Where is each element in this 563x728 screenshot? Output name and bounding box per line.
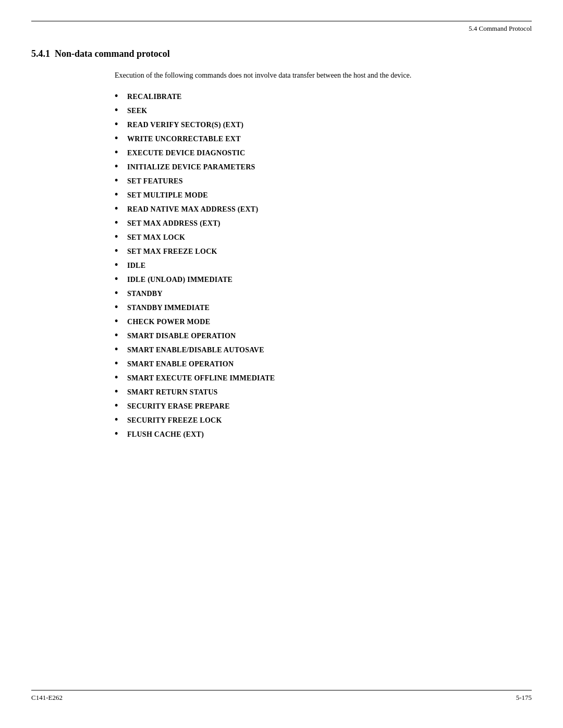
bullet-icon: • bbox=[115, 204, 123, 213]
list-item-text: SMART ENABLE/DISABLE AUTOSAVE bbox=[127, 346, 264, 354]
list-item-text: SMART ENABLE OPERATION bbox=[127, 360, 234, 368]
list-item: •CHECK POWER MODE bbox=[115, 317, 532, 326]
page-footer: C141-E262 5-175 bbox=[31, 690, 532, 702]
bullet-icon: • bbox=[115, 288, 123, 298]
bullet-icon: • bbox=[115, 147, 123, 157]
list-item-text: STANDBY bbox=[127, 290, 163, 298]
list-item: •EXECUTE DEVICE DIAGNOSTIC bbox=[115, 149, 532, 157]
list-item-text: SMART DISABLE OPERATION bbox=[127, 332, 236, 340]
list-item: •SET MULTIPLE MODE bbox=[115, 191, 532, 200]
list-item-text: SET MAX ADDRESS (EXT) bbox=[127, 219, 221, 228]
list-item-text: RECALIBRATE bbox=[127, 93, 182, 101]
list-item: •FLUSH CACHE (EXT) bbox=[115, 430, 532, 439]
bullet-icon: • bbox=[115, 415, 123, 424]
bullet-icon: • bbox=[115, 387, 123, 396]
bullet-icon: • bbox=[115, 316, 123, 326]
list-item: •SEEK bbox=[115, 106, 532, 115]
bullet-icon: • bbox=[115, 401, 123, 410]
list-item: •RECALIBRATE bbox=[115, 92, 532, 101]
list-item-text: EXECUTE DEVICE DIAGNOSTIC bbox=[127, 149, 245, 157]
list-item-text: STANDBY IMMEDIATE bbox=[127, 304, 210, 312]
list-item: •READ NATIVE MAX ADDRESS (EXT) bbox=[115, 205, 532, 214]
command-list: •RECALIBRATE•SEEK•READ VERIFY SECTOR(S) … bbox=[115, 92, 532, 439]
bullet-icon: • bbox=[115, 302, 123, 312]
bullet-icon: • bbox=[115, 260, 123, 269]
list-item-text: INITIALIZE DEVICE PARAMETERS bbox=[127, 163, 255, 171]
list-item-text: SET FEATURES bbox=[127, 177, 183, 186]
bullet-icon: • bbox=[115, 359, 123, 368]
list-item: •SMART EXECUTE OFFLINE IMMEDIATE bbox=[115, 374, 532, 382]
list-item: •STANDBY IMMEDIATE bbox=[115, 303, 532, 312]
list-item: •SET MAX ADDRESS (EXT) bbox=[115, 219, 532, 228]
list-item-text: FLUSH CACHE (EXT) bbox=[127, 430, 204, 439]
list-item-text: SET MULTIPLE MODE bbox=[127, 191, 208, 200]
bullet-icon: • bbox=[115, 176, 123, 185]
list-item-text: READ VERIFY SECTOR(S) (EXT) bbox=[127, 121, 243, 129]
list-item: •SMART RETURN STATUS bbox=[115, 388, 532, 397]
list-item: •IDLE (UNLOAD) IMMEDIATE bbox=[115, 275, 532, 284]
footer-right: 5-175 bbox=[516, 694, 532, 702]
list-item-text: SECURITY ERASE PREPARE bbox=[127, 402, 230, 411]
list-item-text: IDLE bbox=[127, 262, 145, 270]
list-item: •SMART ENABLE/DISABLE AUTOSAVE bbox=[115, 346, 532, 354]
page-header: 5.4 Command Protocol bbox=[31, 21, 532, 33]
list-item: •SET FEATURES bbox=[115, 177, 532, 186]
list-item-text: CHECK POWER MODE bbox=[127, 318, 210, 326]
bullet-icon: • bbox=[115, 133, 123, 143]
list-item: •SMART ENABLE OPERATION bbox=[115, 360, 532, 368]
bullet-icon: • bbox=[115, 232, 123, 241]
bullet-icon: • bbox=[115, 190, 123, 199]
section-heading: 5.4.1 Non-data command protocol bbox=[31, 48, 532, 59]
list-item-text: SECURITY FREEZE LOCK bbox=[127, 416, 222, 425]
list-item-text: SET MAX LOCK bbox=[127, 233, 185, 242]
list-item-text: WRITE UNCORRECTABLE EXT bbox=[127, 135, 241, 143]
list-item-text: SMART RETURN STATUS bbox=[127, 388, 218, 397]
footer-left: C141-E262 bbox=[31, 694, 63, 702]
bullet-icon: • bbox=[115, 162, 123, 171]
list-item: •SECURITY FREEZE LOCK bbox=[115, 416, 532, 425]
list-item: •STANDBY bbox=[115, 289, 532, 298]
bullet-icon: • bbox=[115, 429, 123, 438]
bullet-icon: • bbox=[115, 91, 123, 101]
page: 5.4 Command Protocol 5.4.1 Non-data comm… bbox=[0, 0, 563, 728]
list-item: •WRITE UNCORRECTABLE EXT bbox=[115, 134, 532, 143]
list-item: •SMART DISABLE OPERATION bbox=[115, 331, 532, 340]
list-item-text: READ NATIVE MAX ADDRESS (EXT) bbox=[127, 205, 258, 214]
bullet-icon: • bbox=[115, 373, 123, 382]
header-title: 5.4 Command Protocol bbox=[469, 24, 532, 32]
bullet-icon: • bbox=[115, 105, 123, 115]
list-item-text: SET MAX FREEZE LOCK bbox=[127, 248, 217, 256]
section-number: 5.4.1 bbox=[31, 48, 50, 59]
list-item: •SET MAX FREEZE LOCK bbox=[115, 247, 532, 256]
bullet-icon: • bbox=[115, 119, 123, 129]
bullet-icon: • bbox=[115, 218, 123, 227]
list-item: •INITIALIZE DEVICE PARAMETERS bbox=[115, 163, 532, 171]
list-item-text: SEEK bbox=[127, 107, 147, 115]
list-item-text: SMART EXECUTE OFFLINE IMMEDIATE bbox=[127, 374, 275, 382]
intro-paragraph: Execution of the following commands does… bbox=[115, 70, 532, 81]
bullet-icon: • bbox=[115, 344, 123, 354]
list-item: •READ VERIFY SECTOR(S) (EXT) bbox=[115, 120, 532, 129]
bullet-icon: • bbox=[115, 330, 123, 340]
section-title-text: Non-data command protocol bbox=[55, 48, 170, 59]
list-item-text: IDLE (UNLOAD) IMMEDIATE bbox=[127, 276, 232, 284]
list-item: •IDLE bbox=[115, 261, 532, 270]
list-item: •SECURITY ERASE PREPARE bbox=[115, 402, 532, 411]
list-item: •SET MAX LOCK bbox=[115, 233, 532, 242]
bullet-icon: • bbox=[115, 246, 123, 255]
bullet-icon: • bbox=[115, 274, 123, 283]
